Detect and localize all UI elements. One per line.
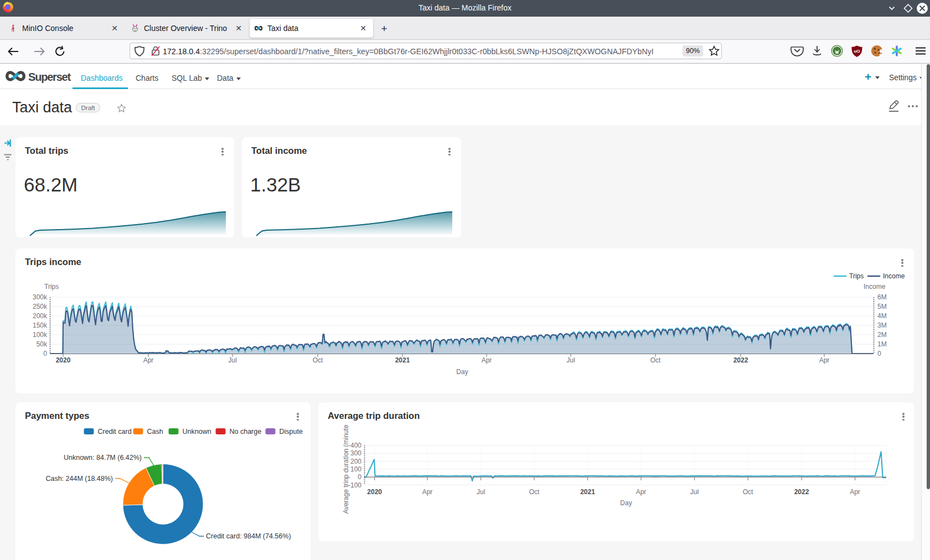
svg-text:Apr: Apr xyxy=(636,488,647,496)
svg-text:2022: 2022 xyxy=(794,488,809,496)
svg-text:Oct: Oct xyxy=(313,356,323,364)
svg-text:Apr: Apr xyxy=(819,356,830,364)
svg-text:0: 0 xyxy=(43,350,47,357)
svg-text:100k: 100k xyxy=(33,331,48,339)
svg-text:1M: 1M xyxy=(877,340,887,348)
svg-text:Average trinp duration (minute: Average trinp duration (minute xyxy=(342,424,350,514)
svg-text:Jul: Jul xyxy=(477,488,485,496)
svg-text:300: 300 xyxy=(350,449,361,457)
svg-text:400: 400 xyxy=(350,442,361,449)
svg-text:2021: 2021 xyxy=(395,356,410,364)
svg-text:Apr: Apr xyxy=(422,488,433,496)
svg-text:Trips: Trips xyxy=(44,283,59,291)
svg-text:200: 200 xyxy=(350,458,361,465)
svg-text:uO: uO xyxy=(854,49,860,54)
svg-text:2020: 2020 xyxy=(367,488,382,496)
svg-text:3M: 3M xyxy=(877,322,887,329)
svg-text:2M: 2M xyxy=(877,331,887,339)
svg-text:Oct: Oct xyxy=(650,356,661,364)
svg-text:Jul: Jul xyxy=(690,488,699,496)
svg-text:Unknown: 84.7M (6.42%): Unknown: 84.7M (6.42%) xyxy=(64,454,142,462)
svg-text:0: 0 xyxy=(877,350,881,357)
svg-text:Apr: Apr xyxy=(482,356,492,364)
svg-text:0: 0 xyxy=(358,473,361,481)
svg-text:No charge: No charge xyxy=(230,428,262,435)
svg-text:Jul: Jul xyxy=(228,356,236,364)
svg-text:-100: -100 xyxy=(348,481,361,489)
svg-text:5M: 5M xyxy=(877,303,887,310)
svg-text:Oct: Oct xyxy=(529,488,540,496)
svg-text:Income: Income xyxy=(864,283,886,291)
svg-text:50k: 50k xyxy=(37,340,48,348)
svg-text:100: 100 xyxy=(350,465,361,473)
svg-text:Oct: Oct xyxy=(743,488,753,496)
svg-text:Income: Income xyxy=(883,272,905,280)
svg-text:Credit card: 984M (74.56%): Credit card: 984M (74.56%) xyxy=(206,532,291,540)
svg-text:Apr: Apr xyxy=(143,356,154,364)
svg-text:Cash: Cash xyxy=(147,428,163,435)
svg-text:Credit card: Credit card xyxy=(98,428,132,435)
svg-text:250k: 250k xyxy=(33,303,48,310)
svg-text:150k: 150k xyxy=(33,322,48,329)
svg-text:Day: Day xyxy=(620,499,632,507)
svg-text:Cash: 244M (18.48%): Cash: 244M (18.48%) xyxy=(45,475,113,483)
svg-text:2020: 2020 xyxy=(56,356,71,364)
svg-text:6M: 6M xyxy=(877,293,887,301)
svg-text:Trips: Trips xyxy=(849,272,864,280)
svg-text:Unknown: Unknown xyxy=(183,428,211,435)
svg-text:Day: Day xyxy=(456,368,468,376)
svg-text:Dispute: Dispute xyxy=(280,428,303,435)
svg-text:200k: 200k xyxy=(33,312,48,320)
svg-text:2022: 2022 xyxy=(733,356,748,364)
svg-text:4M: 4M xyxy=(877,312,887,320)
svg-text:Apr: Apr xyxy=(850,488,860,496)
svg-text:2021: 2021 xyxy=(580,488,595,496)
svg-text:300k: 300k xyxy=(33,293,48,301)
svg-text:Jul: Jul xyxy=(566,356,575,364)
